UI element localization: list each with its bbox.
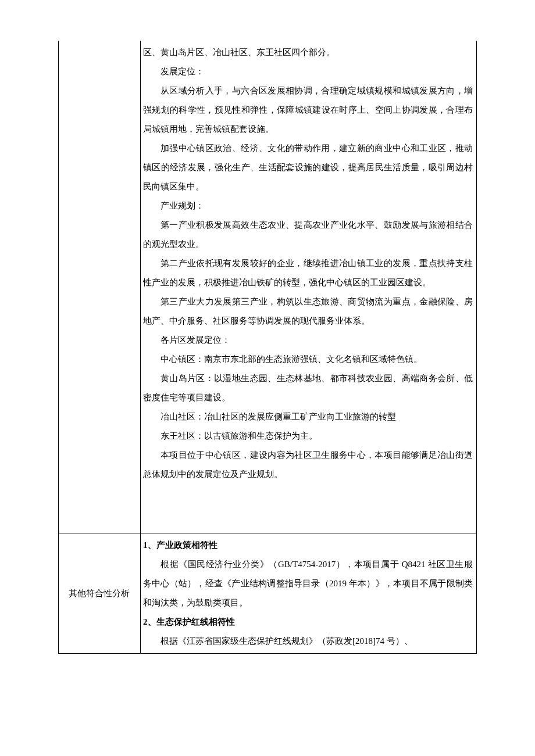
section-heading: 发展定位： (143, 62, 473, 81)
section-heading: 1、产业政策相符性 (143, 536, 473, 555)
body-text: 从区域分析入手，与六合区发展相协调，合理确定域镇规模和城镇发展方向，增强规划的科… (143, 81, 473, 139)
document-page: 区、黄山岛片区、冶山社区、东王社区四个部分。 发展定位： 从区域分析入手，与六合… (0, 0, 535, 756)
blank-spacer (143, 484, 473, 531)
body-text: 根据《国民经济行业分类》（GB/T4754-2017），本项目属于 Q8421 … (143, 555, 473, 612)
body-text: 中心镇区：南京市东北部的生态旅游强镇、文化名镇和区域特色镇。 (143, 350, 473, 369)
body-text: 第三产业大力发展第三产业，构筑以生态旅游、商贸物流为重点，金融保险、房地产、中介… (143, 292, 473, 331)
row-label-cell (59, 41, 141, 533)
body-text: 区、黄山岛片区、冶山社区、东王社区四个部分。 (143, 43, 473, 62)
row-content-cell: 1、产业政策相符性 根据《国民经济行业分类》（GB/T4754-2017），本项… (141, 533, 477, 654)
body-text: 冶山社区：冶山社区的发展应侧重工矿产业向工业旅游的转型 (143, 407, 473, 427)
body-text: 第二产业依托现有发展较好的企业，继续推进冶山镇工业的发展，重点扶持支柱性产业的发… (143, 254, 473, 292)
body-text: 第一产业积极发展高效生态农业、提高农业产业化水平、鼓励发展与旅游相结合的观光型农… (143, 216, 473, 254)
body-text: 黄山岛片区：以湿地生态园、生态林基地、都市科技农业园、高端商务会所、低密度住宅等… (143, 369, 473, 407)
row-content-cell: 区、黄山岛片区、冶山社区、东王社区四个部分。 发展定位： 从区域分析入手，与六合… (141, 41, 477, 533)
body-text: 本项目位于中心镇区，建设内容为社区卫生服务中心，本项目能够满足冶山街道总体规划中… (143, 446, 473, 484)
body-text: 加强中心镇区政治、经济、文化的带动作用，建立新的商业中心和工业区，推动镇区的经济… (143, 139, 473, 196)
row-label: 其他符合性分析 (69, 589, 130, 598)
table-row: 其他符合性分析 1、产业政策相符性 根据《国民经济行业分类》（GB/T4754-… (59, 533, 477, 654)
body-text: 东王社区：以古镇旅游和生态保护为主。 (143, 427, 473, 446)
row-label-cell: 其他符合性分析 (59, 533, 141, 654)
table-row: 区、黄山岛片区、冶山社区、东王社区四个部分。 发展定位： 从区域分析入手，与六合… (59, 41, 477, 533)
section-heading: 2、生态保护红线相符性 (143, 612, 473, 632)
body-text: 根据《江苏省国家级生态保护红线规划》（苏政发[2018]74 号）、 (143, 632, 473, 651)
section-heading: 各片区发展定位： (143, 331, 473, 350)
section-heading: 产业规划： (143, 196, 473, 216)
content-table: 区、黄山岛片区、冶山社区、东王社区四个部分。 发展定位： 从区域分析入手，与六合… (58, 41, 477, 654)
